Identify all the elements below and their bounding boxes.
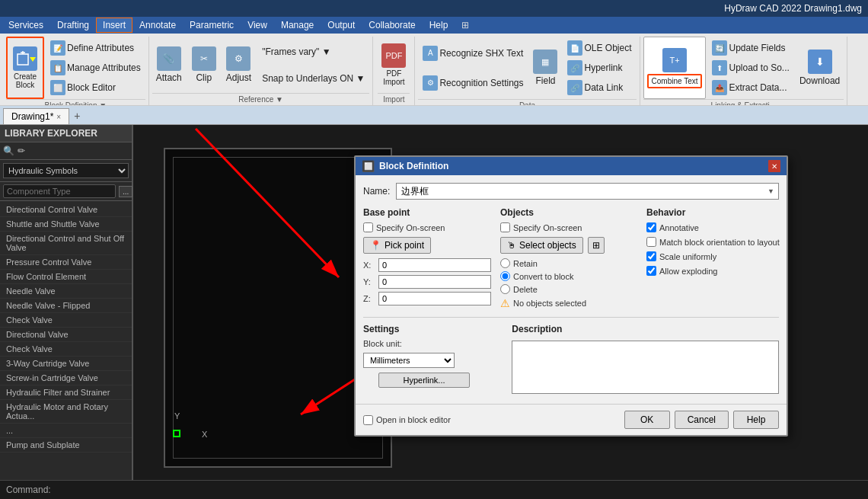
- delete-label[interactable]: Delete: [513, 285, 538, 294]
- list-item[interactable]: Directional Control Valve: [0, 203, 132, 217]
- block-unit-select[interactable]: Millimeters Inches Feet Centimeters Mete…: [363, 353, 455, 368]
- update-fields-button[interactable]: 🔄 Update Fields: [709, 38, 792, 58]
- dialog-name-select[interactable]: 边界框: [396, 183, 779, 200]
- list-item[interactable]: Shuttle and Shuttle Valve: [0, 217, 132, 232]
- pdf-import-button[interactable]: PDF PDFImport: [378, 41, 410, 88]
- allow-exploding-checkbox[interactable]: [646, 266, 656, 276]
- menu-output[interactable]: Output: [321, 18, 362, 33]
- manage-attributes-button[interactable]: 📋 Manage Attributes: [47, 58, 144, 78]
- list-item[interactable]: Check Valve: [0, 313, 132, 328]
- command-input[interactable]: [54, 485, 862, 494]
- allow-exploding-label[interactable]: Allow exploding: [659, 267, 717, 276]
- retain-label[interactable]: Retain: [513, 259, 538, 268]
- ok-button[interactable]: OK: [624, 411, 670, 429]
- retain-radio[interactable]: [500, 258, 510, 268]
- open-in-block-editor-label[interactable]: Open in block editor: [376, 415, 451, 424]
- menu-services[interactable]: Services: [2, 18, 50, 33]
- dialog-columns: Base point Specify On-screen 📍 Pick poin…: [363, 207, 779, 309]
- match-block-label[interactable]: Match block orientation to layout: [659, 238, 780, 247]
- extract-data-button[interactable]: 📤 Extract Data...: [709, 78, 792, 98]
- frames-vary-button[interactable]: "Frames vary" ▼: [259, 44, 368, 59]
- component-type-input[interactable]: [3, 184, 116, 198]
- hyperlink-settings-button[interactable]: Hyperlink...: [378, 373, 470, 388]
- frames-vary-label: "Frames vary" ▼: [262, 46, 330, 57]
- menu-help[interactable]: Help: [423, 18, 455, 33]
- annotative-checkbox[interactable]: [646, 222, 656, 232]
- menu-collaborate[interactable]: Collaborate: [362, 18, 422, 33]
- snap-underlays-button[interactable]: Snap to Underlays ON ▼: [259, 71, 368, 86]
- menu-parametric[interactable]: Parametric: [183, 18, 241, 33]
- canvas-area[interactable]: Y X 🔲 Block Definition: [133, 125, 868, 480]
- recognize-shx-button[interactable]: A Recognize SHX Text: [420, 43, 526, 63]
- menu-bar: Services Drafting Insert Annotate Parame…: [0, 17, 868, 34]
- data-link-button[interactable]: 🔗 Data Link: [564, 78, 634, 98]
- specify-onscreen-base-label[interactable]: Specify On-screen: [376, 223, 445, 232]
- list-item[interactable]: Pressure Control Valve: [0, 255, 132, 270]
- list-item[interactable]: Directional Valve: [0, 328, 132, 342]
- define-attributes-button[interactable]: 📝 Define Attributes: [47, 38, 144, 58]
- delete-radio[interactable]: [500, 284, 510, 294]
- field-button[interactable]: ▦ Field: [529, 37, 561, 99]
- list-item[interactable]: Check Valve: [0, 342, 132, 357]
- menu-manage[interactable]: Manage: [274, 18, 321, 33]
- download-button[interactable]: ⬇ Download: [796, 37, 844, 99]
- menu-extra[interactable]: ⊞: [455, 18, 476, 33]
- list-item[interactable]: Hydraulic Filter and Strainer: [0, 385, 132, 400]
- list-item[interactable]: ...: [0, 424, 132, 438]
- create-block-button[interactable]: CreateBlock: [6, 37, 44, 99]
- scale-uniformly-label[interactable]: Scale uniformly: [659, 252, 716, 261]
- recognition-settings-button[interactable]: ⚙ Recognition Settings: [420, 73, 526, 93]
- select-objects-button[interactable]: 🖱 Select objects: [500, 237, 583, 254]
- upload-button[interactable]: ⬆ Upload to So...: [709, 58, 792, 78]
- app-title: HyDraw CAD 2022 Drawing1.dwg: [724, 3, 862, 14]
- menu-insert[interactable]: Insert: [96, 18, 132, 33]
- description-title: Description: [512, 324, 779, 334]
- z-input[interactable]: [378, 292, 491, 305]
- hyperlink-ribbon-button[interactable]: 🔗 Hyperlink: [564, 58, 634, 78]
- block-editor-button[interactable]: ⬜ Block Editor: [47, 78, 144, 98]
- pick-point-button[interactable]: 📍 Pick point: [363, 237, 431, 254]
- filter-options-button[interactable]: ...: [119, 186, 132, 197]
- attach-button[interactable]: 📎 Attach: [152, 37, 186, 93]
- list-item[interactable]: Flow Control Element: [0, 270, 132, 284]
- list-item[interactable]: Needle Valve - Flipped: [0, 299, 132, 313]
- edit-icon[interactable]: ✏: [18, 146, 25, 156]
- menu-annotate[interactable]: Annotate: [132, 18, 183, 33]
- open-in-block-editor-checkbox[interactable]: [363, 415, 373, 425]
- combine-text-button[interactable]: T+ Combine Text: [643, 37, 707, 99]
- list-item[interactable]: Pump and Subplate: [0, 438, 132, 453]
- list-item[interactable]: 3-Way Cartridge Valve: [0, 357, 132, 371]
- tab-add-button[interactable]: +: [69, 107, 85, 124]
- list-item[interactable]: Directional Control and Shut Off Valve: [0, 232, 132, 255]
- ole-object-button[interactable]: 📄 OLE Object: [564, 38, 634, 58]
- dialog-close-button[interactable]: ✕: [768, 160, 780, 172]
- annotative-label[interactable]: Annotative: [659, 223, 699, 232]
- list-item[interactable]: Needle Valve: [0, 284, 132, 299]
- x-input[interactable]: [378, 258, 491, 272]
- quick-select-icon: ⊞: [592, 240, 600, 251]
- library-dropdown[interactable]: Hydraulic Symbols: [3, 163, 129, 178]
- list-item[interactable]: Hydraulic Motor and Rotary Actua...: [0, 400, 132, 424]
- convert-to-block-radio[interactable]: [500, 271, 510, 281]
- adjust-button[interactable]: ⚙ Adjust: [222, 37, 255, 93]
- quick-select-button[interactable]: ⊞: [588, 237, 605, 254]
- specify-onscreen-objects-label[interactable]: Specify On-screen: [513, 223, 582, 232]
- tab-close-button[interactable]: ×: [56, 113, 61, 121]
- menu-view[interactable]: View: [241, 18, 274, 33]
- cancel-button[interactable]: Cancel: [675, 411, 729, 429]
- convert-to-block-label[interactable]: Convert to block: [513, 272, 573, 281]
- scale-uniformly-row: Scale uniformly: [646, 251, 783, 261]
- menu-drafting[interactable]: Drafting: [50, 18, 96, 33]
- match-block-checkbox[interactable]: [646, 237, 656, 247]
- description-textarea[interactable]: [512, 341, 779, 394]
- y-input[interactable]: [378, 275, 491, 289]
- clip-button[interactable]: ✂ Clip: [188, 37, 220, 93]
- scale-uniformly-checkbox[interactable]: [646, 251, 656, 261]
- create-block-label: CreateBlock: [14, 72, 37, 89]
- tab-drawing1[interactable]: Drawing1* ×: [3, 108, 69, 124]
- specify-onscreen-base-checkbox[interactable]: [363, 222, 373, 232]
- help-button[interactable]: Help: [733, 411, 779, 429]
- pdf-import-icon: PDF: [381, 43, 406, 68]
- specify-onscreen-objects-checkbox[interactable]: [500, 222, 510, 232]
- list-item[interactable]: Screw-in Cartridge Valve: [0, 371, 132, 385]
